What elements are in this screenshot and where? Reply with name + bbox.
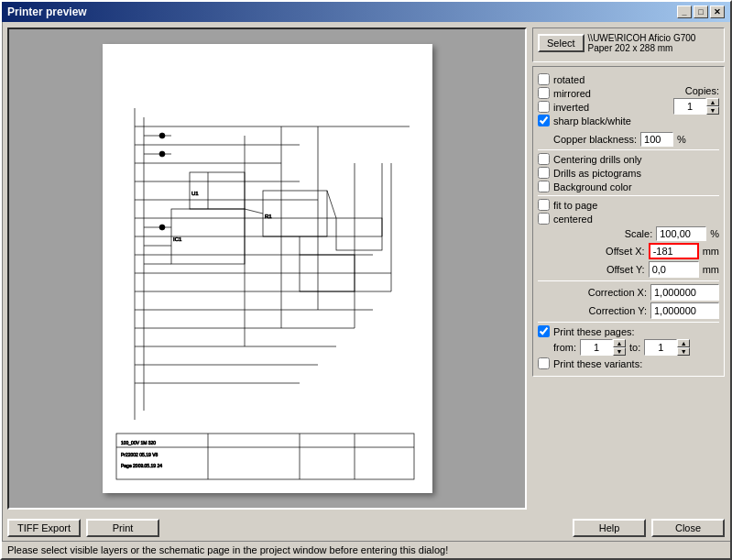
to-spinner-buttons: ▲ ▼ [677, 339, 690, 356]
offset-y-label: Offset Y: [606, 264, 645, 275]
printer-info: \\UWE\RICOH Aficio G700 Paper 202 x 288 … [588, 33, 696, 53]
help-button[interactable]: Help [573, 519, 646, 537]
from-label: from: [553, 342, 576, 353]
to-up-button[interactable]: ▲ [677, 339, 690, 347]
maximize-button[interactable]: □ [694, 5, 708, 18]
bottom-buttons: TIFF Export Print Help Close [2, 515, 730, 541]
from-down-button[interactable]: ▼ [613, 347, 626, 356]
mirrored-row: mirrored [538, 87, 631, 99]
offset-y-input[interactable] [649, 261, 699, 278]
print-variants-label: Print these variants: [553, 358, 642, 369]
inverted-checkbox[interactable] [538, 101, 550, 113]
copper-blackness-unit: % [677, 134, 686, 145]
background-color-checkbox[interactable] [538, 181, 550, 192]
divider-3 [538, 280, 719, 281]
print-pages-row: Print these pages: [538, 325, 719, 337]
fit-to-page-label: fit to page [553, 200, 597, 211]
from-up-button[interactable]: ▲ [613, 339, 626, 347]
printer-name: \\UWE\RICOH Aficio G700 [588, 33, 696, 43]
print-pages-checkbox[interactable] [538, 325, 550, 337]
correction-x-input[interactable] [650, 284, 719, 301]
options-section: rotated mirrored inverted sharp bla [532, 66, 725, 377]
from-spinner: ▲ ▼ [580, 339, 626, 356]
print-variants-checkbox[interactable] [538, 357, 550, 369]
print-variants-row: Print these variants: [538, 357, 719, 369]
paper-size: Paper 202 x 288 mm [588, 43, 696, 53]
copies-label: Copies: [685, 85, 719, 96]
centering-drills-row: Centering drills only [538, 153, 719, 165]
to-input[interactable] [644, 339, 677, 356]
scale-row: Scale: % [538, 226, 719, 241]
inverted-row: inverted [538, 101, 631, 113]
svg-text:IC1: IC1 [173, 236, 182, 242]
correction-y-input[interactable] [650, 302, 719, 319]
svg-point-36 [159, 225, 165, 230]
bottom-left-buttons: TIFF Export Print [7, 519, 159, 537]
svg-rect-0 [103, 44, 432, 493]
to-down-button[interactable]: ▼ [677, 347, 690, 356]
correction-y-label: Correction Y: [589, 305, 647, 316]
checkboxes-col: rotated mirrored inverted sharp bla [538, 71, 631, 128]
drills-pictograms-label: Drills as pictograms [553, 168, 641, 179]
drills-pictograms-row: Drills as pictograms [538, 167, 719, 179]
offset-x-unit: mm [703, 246, 719, 257]
print-pages-label: Print these pages: [553, 326, 635, 337]
centered-row: centered [538, 213, 719, 225]
divider-4 [538, 322, 719, 323]
offset-y-unit: mm [703, 264, 719, 275]
svg-text:Pr22002 05.19 V8: Pr22002 05.19 V8 [121, 452, 158, 457]
title-bar: Printer preview _ □ ✕ [2, 2, 730, 22]
inverted-label: inverted [553, 102, 589, 113]
correction-x-row: Correction X: [538, 284, 719, 301]
from-to-row: from: ▲ ▼ to: ▲ ▼ [538, 339, 719, 356]
offset-y-row: Offset Y: mm [538, 261, 719, 278]
close-title-button[interactable]: ✕ [710, 5, 725, 18]
rotated-row: rotated [538, 73, 631, 85]
rotated-label: rotated [553, 74, 585, 85]
centered-checkbox[interactable] [538, 213, 550, 225]
copper-blackness-input[interactable] [640, 132, 673, 147]
printer-select-row: Select \\UWE\RICOH Aficio G700 Paper 202… [538, 33, 719, 53]
page-preview: IC1 U1 R1 [103, 44, 432, 493]
drills-pictograms-checkbox[interactable] [538, 167, 550, 179]
close-button[interactable]: Close [651, 519, 725, 537]
rotated-checkbox[interactable] [538, 73, 550, 85]
background-color-label: Background color [553, 181, 632, 192]
mirrored-checkbox[interactable] [538, 87, 550, 99]
schematic-svg: IC1 U1 R1 [103, 44, 432, 493]
copies-input[interactable] [673, 98, 706, 115]
printer-preview-window: Printer preview _ □ ✕ [0, 0, 732, 560]
window-content: IC1 U1 R1 [2, 22, 730, 515]
window-title: Printer preview [7, 5, 87, 18]
select-button[interactable]: Select [538, 34, 585, 52]
print-button[interactable]: Print [86, 519, 159, 537]
sharp-bw-label: sharp black/white [553, 115, 631, 126]
copies-group: Copies: ▲ ▼ [673, 85, 719, 115]
svg-point-34 [159, 133, 165, 138]
correction-y-row: Correction Y: [538, 302, 719, 319]
from-input[interactable] [580, 339, 613, 356]
centering-drills-checkbox[interactable] [538, 153, 550, 165]
preview-area: IC1 U1 R1 [7, 27, 527, 510]
tiff-export-button[interactable]: TIFF Export [7, 519, 81, 537]
sharp-bw-checkbox[interactable] [538, 115, 550, 126]
svg-text:U1: U1 [191, 191, 199, 196]
copper-blackness-label: Copper blackness: [553, 134, 637, 145]
copies-up-button[interactable]: ▲ [706, 98, 719, 106]
title-bar-buttons: _ □ ✕ [677, 5, 725, 18]
fit-to-page-row: fit to page [538, 199, 719, 211]
centering-drills-label: Centering drills only [553, 154, 642, 165]
mirrored-label: mirrored [553, 88, 591, 99]
divider-2 [538, 195, 719, 196]
status-bar: Please select visible layers or the sche… [2, 541, 730, 558]
minimize-button[interactable]: _ [677, 5, 692, 18]
svg-text:100_00V  1M  320: 100_00V 1M 320 [121, 440, 156, 445]
offset-x-input[interactable] [649, 243, 699, 259]
correction-x-label: Correction X: [588, 287, 647, 298]
copies-down-button[interactable]: ▼ [706, 106, 719, 115]
copies-spinner: ▲ ▼ [673, 98, 719, 115]
fit-to-page-checkbox[interactable] [538, 199, 550, 211]
bottom-right-buttons: Help Close [573, 519, 725, 537]
scale-input[interactable] [656, 226, 706, 241]
svg-text:R1: R1 [265, 214, 272, 219]
